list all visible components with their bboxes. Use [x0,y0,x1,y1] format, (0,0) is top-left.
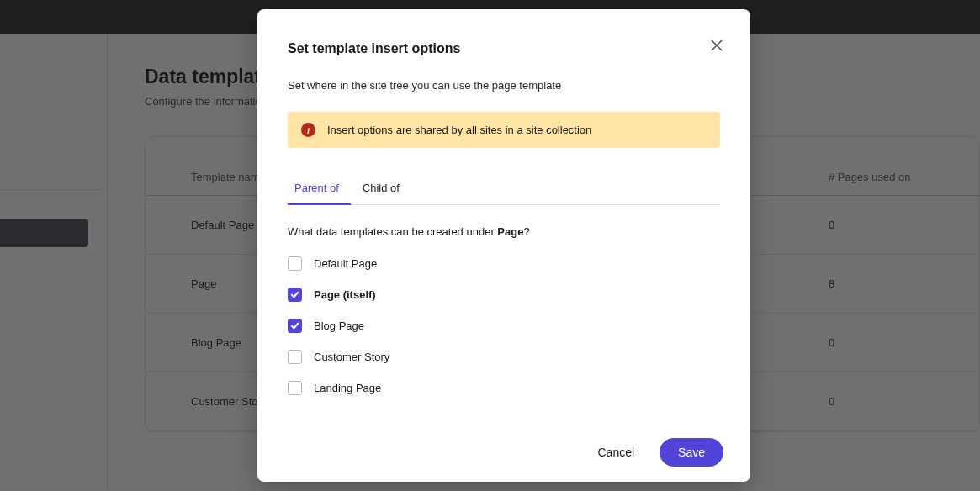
save-button[interactable]: Save [660,438,723,467]
checkbox[interactable] [288,381,302,395]
insert-options-modal: Set template insert options Set where in… [257,9,750,482]
checkbox-label: Customer Story [314,351,389,363]
cancel-button[interactable]: Cancel [594,439,638,466]
tab-bar: Parent of Child of [288,173,720,205]
info-text: Insert options are shared by all sites i… [327,124,591,136]
checkbox[interactable] [288,256,302,271]
checkbox-label: Default Page [314,257,377,270]
question-subject: Page [497,225,523,238]
check-icon [290,290,299,299]
checkbox-item-landing-page[interactable]: Landing Page [288,381,720,395]
close-button[interactable] [710,39,723,55]
checkbox[interactable] [288,319,302,333]
question-suffix: ? [523,225,529,238]
checkbox-item-customer-story[interactable]: Customer Story [288,350,720,364]
checkbox-label: Page (itself) [314,288,376,301]
checkbox[interactable] [288,350,302,364]
checkbox-label: Blog Page [314,319,364,332]
modal-footer: Cancel Save [594,438,723,467]
checkbox-item-blog-page[interactable]: Blog Page [288,319,720,333]
check-icon [290,321,299,330]
checkbox-item-page-itself[interactable]: Page (itself) [288,288,720,302]
info-icon: i [301,123,315,137]
checkbox-item-default-page[interactable]: Default Page [288,256,720,271]
question-prefix: What data templates can be created under [288,225,497,238]
modal-title: Set template insert options [288,41,460,56]
template-checkbox-list: Default Page Page (itself) Blog Page Cus… [257,256,750,395]
tab-question: What data templates can be created under… [257,205,750,256]
close-icon [710,39,723,52]
tab-child-of[interactable]: Child of [351,173,411,204]
modal-description: Set where in the site tree you can use t… [257,79,750,92]
checkbox-label: Landing Page [314,382,381,394]
checkbox[interactable] [288,288,302,302]
tab-parent-of[interactable]: Parent of [288,173,351,204]
modal-header: Set template insert options [257,41,750,56]
info-banner: i Insert options are shared by all sites… [288,112,720,148]
